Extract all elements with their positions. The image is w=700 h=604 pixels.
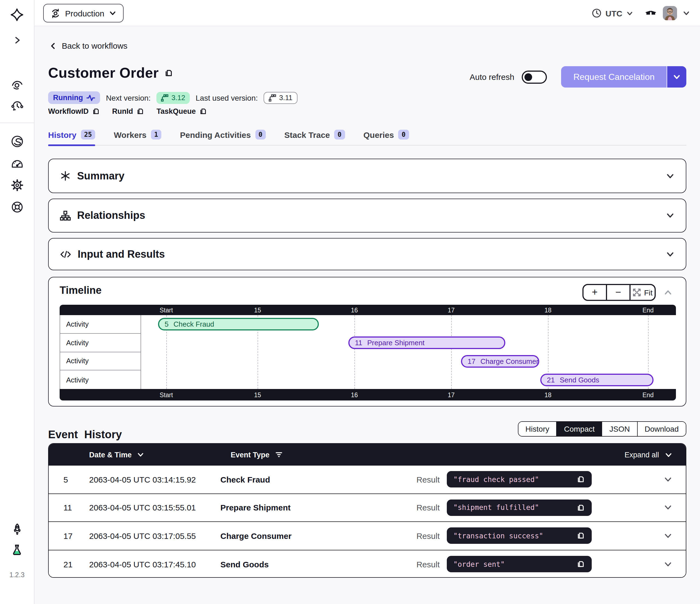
row-expand-chevron-icon[interactable] [664,475,673,484]
event-type: Prepare Shipment [206,503,291,512]
page-title: Customer Order [48,65,158,81]
workflow-id-chip[interactable]: WorkflowID [48,107,100,116]
result-label: Result [417,503,440,512]
tab-stack-trace[interactable]: Stack Trace0 [284,126,345,145]
row-expand-chevron-icon[interactable] [664,531,673,540]
sidebar-divider [0,123,34,123]
event-row[interactable]: 17 2063-04-05 UTC 03:17:05.55 Charge Con… [49,522,686,550]
tab-pending-activities[interactable]: Pending Activities0 [180,126,266,145]
tab-queries[interactable]: Queries0 [364,126,409,145]
axis-tick-label: 18 [544,391,552,398]
copy-icon[interactable] [576,503,585,512]
result-label: Result [417,531,440,540]
timeline-bar-send-goods[interactable]: 21Send Goods [540,374,653,386]
summary-panel[interactable]: Summary [48,159,686,193]
event-row[interactable]: 5 2063-04-05 UTC 03:14:15.92 Check Fraud… [49,465,686,494]
result-label: Result [417,560,440,569]
settings-gear-icon[interactable] [10,178,24,192]
next-version-badge: 3.12 [157,92,190,104]
labs-glasses-icon[interactable] [644,6,657,20]
chevron-down-icon[interactable] [666,249,675,259]
event-id: 21 [547,376,555,384]
chevron-down-icon[interactable] [666,171,675,180]
event-row[interactable]: 11 2063-04-05 UTC 03:15:55.01 Prepare Sh… [49,494,686,522]
copy-icon[interactable] [92,107,100,116]
copy-icon[interactable] [576,560,585,569]
copy-icon[interactable] [164,68,173,78]
copy-icon[interactable] [136,107,145,116]
chevron-down-icon [673,73,681,81]
auto-refresh-toggle[interactable] [522,70,547,83]
event-type: Send Goods [206,560,269,569]
timeline-row-label: Activity [60,352,141,371]
support-lifebuoy-icon[interactable] [10,200,24,214]
back-to-workflows-link[interactable]: Back to workflows [49,41,127,50]
input-results-panel[interactable]: Input and Results [48,238,686,270]
cancel-menu-arrow[interactable] [667,66,686,88]
result-label: Result [417,475,440,484]
sidebar: 1.2.3 [0,0,34,604]
timeline-row-labels: Activity Activity Activity Activity [59,315,141,389]
back-label: Back to workflows [62,41,127,50]
workflow-tabs: History25 Workers1 Pending Activities0 S… [48,126,686,146]
tab-label: Stack Trace [284,130,330,139]
row-expand-chevron-icon[interactable] [664,560,673,569]
expand-all-button[interactable]: Expand all [625,451,673,459]
view-mode-history[interactable]: History [519,422,557,436]
result-value: "transaction success" [453,532,576,540]
timeline-bar-check-fraud[interactable]: 5Check Fraud [158,318,319,331]
nexus-icon[interactable] [10,134,24,148]
timeline-row-label: Activity [60,315,141,334]
main-content: Back to workflows Customer Order Auto re… [34,26,700,604]
copy-icon[interactable] [199,107,207,116]
workflows-icon[interactable] [10,78,24,92]
copy-icon[interactable] [576,532,585,540]
timeline-panel: Timeline + − Fit Start15161718End Activi… [48,277,686,407]
timeline-bar-charge-consumer[interactable]: 17Charge Consumer [461,355,539,368]
view-mode-json[interactable]: JSON [602,422,638,436]
chevron-down-icon [108,9,116,17]
user-menu-chevron-icon[interactable] [682,9,690,17]
expand-sidebar-chevron-icon[interactable] [10,33,24,47]
event-row[interactable]: 21 2063-04-05 UTC 03:17:45.10 Send Goods… [49,550,686,578]
chevron-down-icon[interactable] [666,211,675,220]
download-button[interactable]: Download [638,422,686,436]
clock-icon [592,8,602,18]
schedules-icon[interactable] [10,98,24,113]
relationships-panel[interactable]: Relationships [48,199,686,233]
timeline-bar-prepare-shipment[interactable]: 11Prepare Shipment [348,336,505,349]
timeline-collapse-chevron-icon[interactable] [664,288,673,297]
whats-new-rocket-icon[interactable] [10,522,24,536]
timeline-gridline [354,315,355,389]
row-expand-chevron-icon[interactable] [664,503,673,512]
run-id-chip[interactable]: RunId [112,107,145,116]
axis-tick-label: 17 [448,391,455,398]
labs-flask-icon[interactable] [10,543,24,557]
last-used-version-value: 3.11 [279,94,293,102]
timezone-selector[interactable]: UTC [592,8,633,18]
usage-icon[interactable] [10,156,24,170]
avatar[interactable] [663,6,677,20]
event-id: 11 [49,503,75,512]
next-version-label: Next version: [106,93,150,102]
axis-tick-label: 18 [544,307,552,313]
zoom-in-button[interactable]: + [583,285,606,300]
namespace-selector[interactable]: Production [43,4,123,22]
date-time-column-header[interactable]: Date & Time [89,451,144,459]
chevron-left-icon [49,42,57,49]
copy-icon[interactable] [576,475,585,484]
tab-workers[interactable]: Workers1 [114,126,161,145]
zoom-out-button[interactable]: − [607,285,629,300]
result-value: "order sent" [453,560,576,569]
task-queue-chip[interactable]: TaskQueue [157,107,207,116]
request-cancelation-button[interactable]: Request Cancelation [561,66,686,88]
tab-history[interactable]: History25 [48,126,95,145]
view-mode-compact[interactable]: Compact [557,422,602,436]
event-type-column-header[interactable]: Event Type [231,451,283,459]
timeline-zoom-controls: + − Fit [582,284,656,301]
request-cancelation-label[interactable]: Request Cancelation [561,66,667,88]
fit-button[interactable]: Fit [630,285,655,300]
relationships-title: Relationships [77,210,145,222]
chevron-down-icon [626,9,633,17]
event-history-table: Date & Time Event Type Expand all 5 2063… [48,443,686,578]
